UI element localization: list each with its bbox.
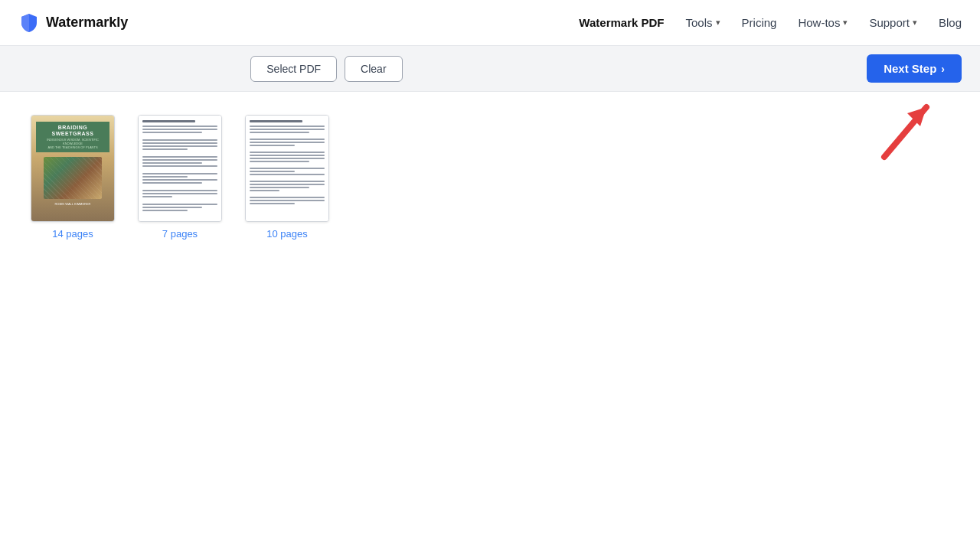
nav-howtos[interactable]: How-tos ▾ <box>798 16 848 29</box>
pdf-thumbnail-2[interactable] <box>138 115 222 222</box>
doc-page-2 <box>139 116 221 221</box>
book-cover-top: BRAIDINGSWEETGRASS INDIGENOUS WISDOM, SC… <box>36 122 109 152</box>
pdf-thumbnail-3[interactable] <box>245 115 329 222</box>
toolbar-center-actions: Select PDF Clear <box>250 56 402 82</box>
pdf-grid: BRAIDINGSWEETGRASS INDIGENOUS WISDOM, SC… <box>31 115 949 240</box>
nav-tools[interactable]: Tools ▾ <box>686 16 720 29</box>
main-content: BRAIDINGSWEETGRASS INDIGENOUS WISDOM, SC… <box>0 92 980 262</box>
pdf-thumbnail-1[interactable]: BRAIDINGSWEETGRASS INDIGENOUS WISDOM, SC… <box>31 115 115 222</box>
nav-pricing[interactable]: Pricing <box>742 16 777 29</box>
pdf-card-1: BRAIDINGSWEETGRASS INDIGENOUS WISDOM, SC… <box>31 115 115 240</box>
nav-watermark-pdf[interactable]: Watermark PDF <box>579 16 664 29</box>
toolbar: Select PDF Clear Next Step › <box>0 46 980 92</box>
arrow-icon <box>873 99 942 168</box>
pdf-card-2: 7 pages <box>138 115 222 240</box>
clear-button[interactable]: Clear <box>345 56 402 82</box>
nav-blog[interactable]: Blog <box>939 16 962 29</box>
navbar: Watermarkly Watermark PDF Tools ▾ Pricin… <box>0 0 980 46</box>
pdf-page-count-3: 10 pages <box>266 228 308 240</box>
next-step-chevron-icon: › <box>941 63 945 75</box>
nav-links: Watermark PDF Tools ▾ Pricing How-tos ▾ … <box>579 16 962 29</box>
pdf-page-count-1: 14 pages <box>52 228 93 240</box>
tools-chevron-icon: ▾ <box>716 18 720 28</box>
arrow-annotation <box>873 99 942 168</box>
shield-icon <box>18 12 40 34</box>
brand-name: Watermarkly <box>46 15 128 31</box>
next-step-button[interactable]: Next Step › <box>867 54 962 83</box>
logo[interactable]: Watermarkly <box>18 12 128 34</box>
doc-page-3 <box>246 116 328 221</box>
pdf-card-3: 10 pages <box>245 115 329 240</box>
nav-support[interactable]: Support ▾ <box>869 16 917 29</box>
select-pdf-button[interactable]: Select PDF <box>250 56 337 82</box>
support-chevron-icon: ▾ <box>913 18 917 28</box>
howtos-chevron-icon: ▾ <box>843 18 848 28</box>
book-cover: BRAIDINGSWEETGRASS INDIGENOUS WISDOM, SC… <box>31 116 114 221</box>
book-cover-image <box>44 157 103 199</box>
pdf-page-count-2: 7 pages <box>162 228 198 240</box>
